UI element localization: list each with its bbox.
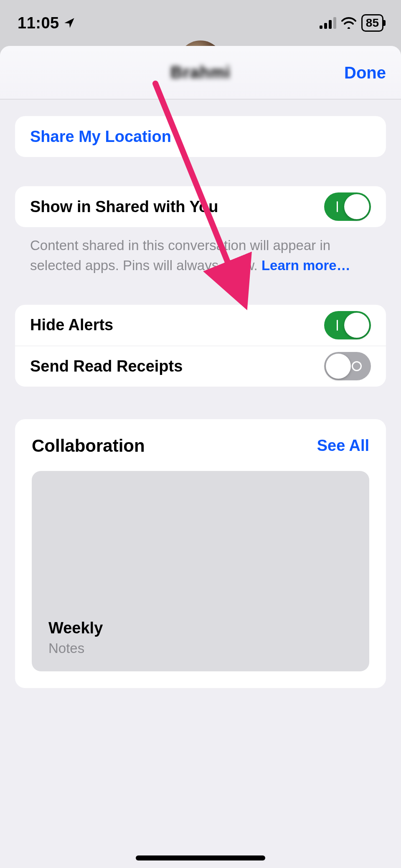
share-location-group: Share My Location (15, 116, 386, 157)
hide-alerts-label: Hide Alerts (30, 316, 113, 334)
hide-alerts-row: Hide Alerts (15, 305, 386, 346)
shared-with-you-label: Show in Shared with You (30, 198, 218, 216)
share-my-location-label: Share My Location (30, 128, 171, 146)
read-receipts-row: Send Read Receipts (15, 346, 386, 387)
done-button[interactable]: Done (344, 63, 386, 82)
read-receipts-toggle[interactable] (324, 352, 371, 380)
collaboration-item[interactable]: Weekly Notes (32, 471, 369, 671)
sheet-header: Brahmi Done (0, 46, 401, 99)
shared-with-you-group: Show in Shared with You (15, 186, 386, 227)
sheet-content: Share My Location Show in Shared with Yo… (0, 99, 401, 868)
wifi-icon (341, 17, 356, 29)
svg-rect-2 (329, 20, 332, 29)
home-indicator[interactable] (136, 855, 265, 860)
alerts-group: Hide Alerts Send Read Receipts (15, 305, 386, 387)
shared-with-you-row: Show in Shared with You (15, 186, 386, 227)
collaboration-item-title: Weekly (48, 619, 353, 637)
collaboration-item-subtitle: Notes (48, 640, 353, 656)
svg-rect-0 (320, 25, 322, 29)
collaboration-group: Collaboration See All Weekly Notes (15, 419, 386, 688)
shared-with-you-footnote: Content shared in this conversation will… (15, 227, 386, 276)
location-icon (63, 17, 75, 29)
share-my-location-button[interactable]: Share My Location (15, 116, 386, 157)
status-right: 85 (320, 14, 383, 32)
sheet-title: Brahmi (170, 63, 231, 82)
status-time-text: 11:05 (18, 14, 59, 32)
status-bar: 11:05 85 (0, 0, 401, 46)
hide-alerts-toggle[interactable] (324, 311, 371, 339)
details-sheet: Brahmi Done Share My Location Show in Sh… (0, 46, 401, 868)
battery-pct: 85 (366, 16, 379, 30)
status-time: 11:05 (18, 14, 75, 32)
see-all-button[interactable]: See All (317, 437, 369, 455)
battery-indicator: 85 (361, 14, 383, 32)
read-receipts-label: Send Read Receipts (30, 357, 183, 375)
svg-rect-3 (333, 17, 336, 29)
collaboration-title: Collaboration (32, 436, 145, 456)
learn-more-link[interactable]: Learn more… (261, 258, 350, 273)
cellular-icon (320, 17, 336, 29)
shared-with-you-toggle[interactable] (324, 192, 371, 221)
svg-rect-1 (324, 23, 327, 29)
collaboration-header: Collaboration See All (32, 436, 369, 456)
